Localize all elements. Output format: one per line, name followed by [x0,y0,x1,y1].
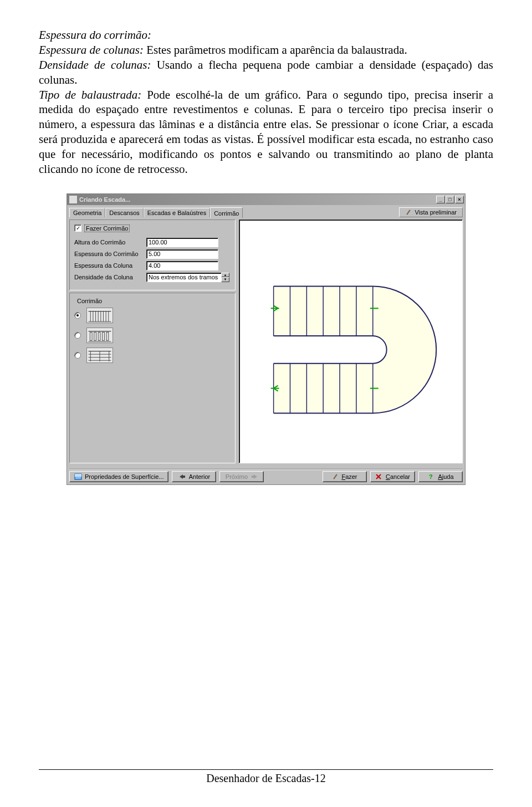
proximo-button: Próximo [219,471,264,482]
svg-text:?: ? [429,473,433,480]
vista-preliminar-button[interactable]: Vista preliminar [399,207,463,217]
tab-geometria[interactable]: Geometria [69,208,105,217]
rail-style-thumb-2[interactable] [86,328,113,343]
pencil-icon [405,209,412,216]
minimize-button[interactable]: _ [436,196,445,203]
body-paragraph: Espessura do corrimão: Espessura de colu… [39,28,493,177]
label-espessura-corrimao: Espessura do corrimão: [39,28,151,42]
svg-rect-16 [106,332,109,340]
arrow-left-icon [178,473,186,480]
fazer-corrimao-checkbox[interactable]: ✓ [74,224,81,232]
surface-properties-icon [74,473,82,480]
tab-strip: Geometria Descansos Escadas e Balaústres… [69,207,243,217]
proximo-label: Próximo [226,473,248,480]
help-icon: ? [427,473,435,480]
svg-rect-12 [90,332,92,340]
fazer-corrimao-label: Fazer Corrimão [84,224,130,232]
svg-marker-44 [180,474,183,479]
combo-densidade-coluna[interactable]: Nos extremos dos tramos ▲ ▼ [146,273,229,282]
window-title: Criando Escada... [79,196,130,203]
stair-plan-preview-icon [239,220,462,463]
svg-marker-46 [254,474,257,479]
svg-rect-13 [94,332,96,340]
label-espessura-corrimao-field: Espessura do Corrimão [74,251,146,257]
svg-rect-43 [75,474,81,477]
pencil-icon [332,473,339,480]
maximize-button[interactable]: □ [446,196,454,203]
dialog-button-row: Propriedades de Superfície... Anterior P… [69,469,463,482]
input-altura-corrimao[interactable]: 100.00 [146,238,218,247]
ajuda-label: Ajuda [438,473,453,480]
cancelar-label: Cancelar [386,473,410,480]
tab-descansos[interactable]: Descansos [105,208,143,217]
svg-rect-14 [98,332,100,340]
arrow-right-icon [250,473,258,480]
preview-panel [239,219,463,463]
dialog-window: Criando Escada... _ □ × Geometria Descan… [66,193,466,485]
titlebar[interactable]: Criando Escada... _ □ × [67,194,465,205]
label-altura-corrimao: Altura do Corrimão [74,239,146,246]
input-espessura-coluna[interactable]: 4.00 [146,261,218,270]
tab-escadas-balaustres[interactable]: Escadas e Balaústres [144,208,210,217]
corrimao-type-radio-2[interactable] [74,332,81,339]
corrimao-type-group: Corrimão [69,293,236,463]
fazer-button[interactable]: Fazer [323,471,367,482]
anterior-button[interactable]: Anterior [172,471,216,482]
vista-preliminar-label: Vista preliminar [415,209,457,216]
app-icon [69,196,77,203]
rail-style-thumb-1[interactable] [86,308,113,323]
fields-group: ✓ Fazer Corrimão Altura do Corrimão 100.… [69,219,236,290]
corrimao-group-title: Corrimão [75,298,104,304]
input-espessura-corrimao[interactable]: 5.00 [146,249,218,259]
anterior-label: Anterior [189,473,211,480]
ajuda-button[interactable]: ? Ajuda [418,471,463,482]
tab-corrimao[interactable]: Corrimão [210,207,243,218]
combo-up-arrow-icon[interactable]: ▲ [221,273,229,278]
corrimao-type-radio-1[interactable] [74,312,81,319]
corrimao-type-radio-3[interactable] [74,352,81,359]
label-espessura-coluna-field: Espessura da Coluna [74,262,146,269]
close-button[interactable]: × [455,196,464,203]
cancelar-button[interactable]: Cancelar [370,471,415,482]
label-densidade-coluna-field: Densidade da Coluna [74,274,146,280]
label-densidade-colunas: Densidade de colunas: [39,58,151,71]
svg-rect-47 [252,476,254,478]
rail-style-thumb-3[interactable] [86,348,113,363]
label-espessura-colunas: Espessura de colunas: [39,43,144,57]
combo-down-arrow-icon[interactable]: ▼ [221,277,229,282]
x-icon [375,473,383,480]
svg-rect-15 [103,332,105,340]
label-tipo-balaustrada: Tipo de balaustrada: [39,88,141,101]
combo-densidade-value: Nos extremos dos tramos [146,273,221,282]
page-footer: Desenhador de Escadas-12 [39,769,493,785]
svg-rect-45 [183,476,185,478]
text-espessura-colunas: Estes parâmetros modificam a aparência d… [144,43,407,57]
propriedades-superficie-button[interactable]: Propriedades de Superfície... [69,471,168,482]
fazer-label: Fazer [341,473,357,480]
propriedades-label: Propriedades de Superfície... [85,473,163,480]
